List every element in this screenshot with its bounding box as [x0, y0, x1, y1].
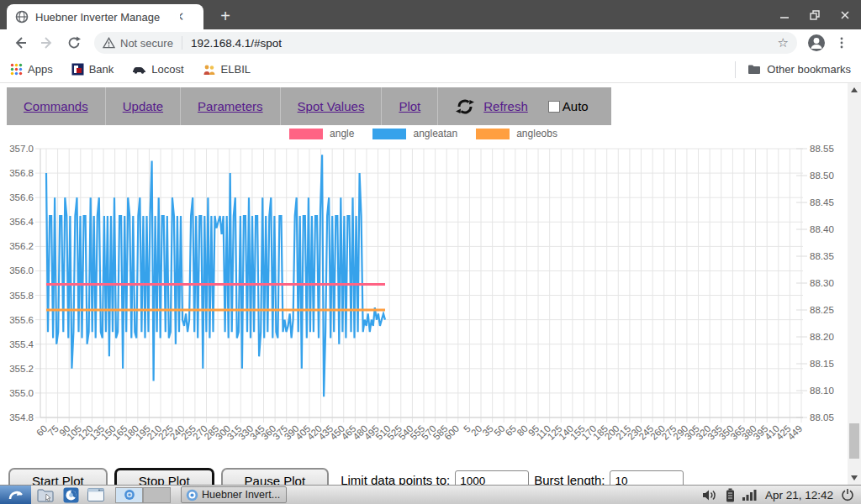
network-signal-icon[interactable]: [742, 489, 758, 501]
spot-values-link[interactable]: Spot Values: [298, 99, 365, 113]
auto-checkbox[interactable]: [548, 101, 560, 113]
legend-item-angleatan[interactable]: angleatan: [372, 128, 457, 139]
start-menu-button[interactable]: [0, 486, 31, 504]
plot-controls: Start Plot Stop Plot Pause Plot Limit da…: [8, 468, 684, 485]
other-bookmarks[interactable]: Other bookmarks: [735, 61, 851, 78]
right-axis-tick-label: 88.05: [810, 412, 834, 423]
nav-commands[interactable]: Commands: [7, 87, 106, 125]
right-axis-tick-label: 88.35: [810, 251, 834, 261]
nav-refresh-cell: Refresh Auto: [438, 87, 605, 125]
bookmark-star-icon[interactable]: ☆: [778, 35, 789, 50]
nav-plot[interactable]: Plot: [382, 87, 438, 125]
left-axis-tick-label: 356.2: [9, 241, 34, 251]
browser-titlebar: Huebner Inverter Manage ✕ +: [0, 0, 861, 29]
terminal-launcher-icon[interactable]: [85, 486, 107, 503]
legend-swatch-angleatan: [372, 129, 406, 139]
legend-item-angleobs[interactable]: angleobs: [476, 128, 557, 139]
forward-icon[interactable]: [36, 32, 58, 54]
back-icon[interactable]: [9, 32, 31, 54]
battery-icon[interactable]: [726, 488, 735, 502]
pager-desktop-2[interactable]: [143, 487, 171, 503]
scrollbar-down-icon[interactable]: [848, 471, 861, 485]
chromium-task-icon: [186, 489, 198, 501]
refresh-link[interactable]: Refresh: [483, 99, 528, 113]
stop-plot-button[interactable]: Stop Plot: [114, 468, 214, 485]
taskbar-clock[interactable]: Apr 21, 12:42: [765, 489, 833, 501]
nav-parameters[interactable]: Parameters: [181, 87, 281, 125]
right-axis-tick-label: 88.30: [810, 278, 834, 288]
window-minimize-button[interactable]: [775, 6, 794, 24]
distro-logo-icon: [7, 487, 25, 502]
page-content: Commands Update Parameters Spot Values P…: [0, 83, 861, 485]
address-bar[interactable]: Not secure 192.168.4.1/#spot ☆: [94, 32, 797, 54]
bookmark-bank[interactable]: Bank: [71, 63, 114, 76]
chromium-mini-icon: [124, 489, 135, 501]
apps-grid-icon: [10, 63, 23, 76]
car-favicon-icon: [132, 64, 146, 75]
burst-label: Burst length:: [534, 473, 605, 485]
globe-favicon-icon: [15, 10, 29, 24]
url-text[interactable]: 192.168.4.1/#spot: [191, 37, 778, 50]
not-secure-warning-icon: [103, 37, 115, 49]
volume-icon[interactable]: [702, 489, 718, 501]
bookmark-label: ELBIL: [221, 63, 251, 76]
bookmarks-bar: Apps Bank Locost ELBIL Other bookmarks: [0, 56, 861, 83]
commands-link[interactable]: Commands: [24, 99, 88, 113]
nav-update[interactable]: Update: [106, 87, 181, 125]
browser-toolbar: Not secure 192.168.4.1/#spot ☆: [0, 29, 861, 56]
burst-input[interactable]: [610, 470, 684, 485]
legend-swatch-angleobs: [476, 129, 510, 139]
scrollbar-up-icon[interactable]: [848, 83, 861, 97]
taskbar-window-title: Huebner Invert...: [202, 489, 280, 501]
right-axis-tick-label: 88.45: [810, 197, 834, 207]
legend-swatch-angle: [289, 129, 323, 139]
legend-label: angleatan: [413, 128, 457, 139]
limit-input[interactable]: [455, 470, 529, 485]
bookmark-elbil[interactable]: ELBIL: [203, 63, 251, 76]
window-restore-button[interactable]: [806, 6, 824, 24]
left-axis-tick-label: 355.8: [9, 291, 34, 301]
nav-spot-values[interactable]: Spot Values: [281, 87, 383, 125]
left-axis-tick-label: 355.2: [9, 364, 34, 374]
page-scrollbar[interactable]: [848, 83, 861, 485]
browser-launcher-icon[interactable]: [60, 486, 82, 503]
bookmark-apps[interactable]: Apps: [10, 63, 53, 76]
plot-link[interactable]: Plot: [399, 99, 420, 113]
bookmark-label: Apps: [28, 63, 53, 76]
desktop-pager[interactable]: [115, 487, 171, 503]
right-axis-tick-label: 88.25: [810, 305, 834, 315]
scrollbar-thumb[interactable]: [849, 423, 859, 459]
x-axis-tick-label: 449: [785, 423, 804, 442]
power-icon[interactable]: [841, 488, 854, 501]
refresh-icon[interactable]: [455, 97, 475, 117]
left-axis-tick-label: 356.4: [9, 217, 34, 227]
right-axis-tick-label: 88.20: [810, 332, 834, 342]
bookmark-label: Bank: [89, 63, 114, 76]
reload-icon[interactable]: [63, 32, 85, 54]
legend-label: angle: [330, 128, 354, 139]
pager-desktop-1[interactable]: [115, 487, 143, 503]
chart-legend: angleangleatanangleobs: [0, 128, 847, 139]
profile-avatar-icon[interactable]: [806, 32, 827, 54]
spot-values-chart: 357.0356.8356.6356.4356.2356.0355.8355.6…: [0, 143, 847, 468]
start-plot-button[interactable]: Start Plot: [8, 468, 108, 485]
update-link[interactable]: Update: [123, 99, 163, 113]
other-bookmarks-label: Other bookmarks: [767, 63, 851, 76]
security-label: Not secure: [120, 37, 173, 50]
x-axis-tick-label: 600: [442, 423, 461, 442]
bookmark-locost[interactable]: Locost: [132, 63, 183, 76]
browser-tab[interactable]: Huebner Inverter Manage ✕: [7, 4, 203, 29]
bank-favicon-icon: [71, 63, 84, 76]
legend-label: angleobs: [516, 128, 557, 139]
legend-item-angle[interactable]: angle: [289, 128, 354, 139]
window-close-button[interactable]: [836, 6, 854, 24]
taskbar-window-button[interactable]: Huebner Invert...: [181, 486, 287, 503]
right-axis-tick-label: 88.10: [810, 386, 834, 396]
browser-menu-icon[interactable]: [831, 32, 853, 54]
new-tab-button[interactable]: +: [215, 7, 235, 27]
tab-title: Huebner Inverter Manage: [35, 11, 170, 24]
limit-label: Limit data points to:: [341, 473, 450, 485]
parameters-link[interactable]: Parameters: [198, 99, 263, 113]
file-manager-icon[interactable]: [34, 486, 56, 503]
pause-plot-button[interactable]: Pause Plot: [221, 468, 330, 485]
